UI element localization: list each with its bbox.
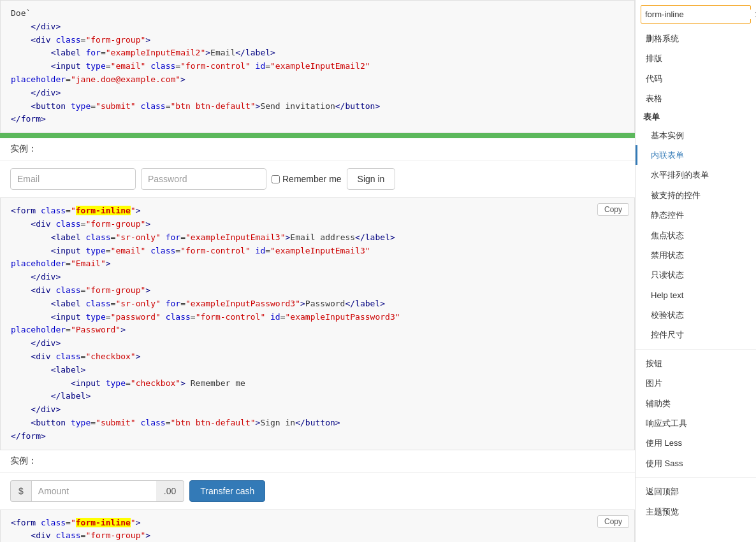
sidebar-item-static[interactable]: 静态控件: [636, 205, 756, 225]
sidebar-item-responsive[interactable]: 响应式工具: [636, 413, 756, 433]
sidebar: 1/7 ⌃ ⌄ ✕ 删格系统 排版 代码 表格 表单 基本实例 内联表单 水平排…: [635, 0, 756, 542]
sidebar-item-back-top[interactable]: 返回顶部: [636, 481, 756, 501]
sidebar-item-inline-form[interactable]: 内联表单: [636, 145, 756, 165]
remember-checkbox-group: Remember me: [272, 174, 342, 184]
sidebar-item-basic[interactable]: 基本实例: [636, 125, 756, 145]
transfer-button[interactable]: Transfer cash: [189, 480, 265, 502]
sidebar-section-forms: 表单: [636, 109, 756, 125]
sidebar-item-supported[interactable]: 被支持的控件: [636, 185, 756, 205]
decimal-addon: .00: [156, 480, 184, 502]
copy-button-middle[interactable]: Copy: [597, 203, 629, 216]
sidebar-item-code[interactable]: 代码: [636, 69, 756, 89]
example-content-2: $ .00 Transfer cash: [0, 472, 635, 510]
code-block-middle: Copy <form class="form-inline"> <div cla…: [0, 197, 635, 450]
amount-input-group: $ .00: [10, 480, 184, 502]
sidebar-divider-2: [636, 477, 756, 478]
sidebar-item-readonly[interactable]: 只读状态: [636, 265, 756, 285]
sidebar-item-horizontal[interactable]: 水平排列的表单: [636, 165, 756, 185]
sidebar-item-helptext[interactable]: Help text: [636, 285, 756, 305]
form-inline-demo-1: Remember me Sign in: [10, 168, 625, 190]
sidebar-item-size[interactable]: 控件尺寸: [636, 325, 756, 345]
sidebar-item-helpers[interactable]: 辅助类: [636, 394, 756, 413]
search-bar: 1/7 ⌃ ⌄ ✕: [641, 5, 751, 24]
sidebar-item-typography[interactable]: 排版: [636, 48, 756, 68]
sidebar-divider: [636, 349, 756, 350]
sidebar-item-focus[interactable]: 焦点状态: [636, 225, 756, 245]
sidebar-item-table[interactable]: 表格: [636, 89, 756, 108]
sidebar-item-less[interactable]: 使用 Less: [636, 433, 756, 453]
example-section-1: 实例： Remember me Sign in: [0, 138, 635, 197]
page-wrapper: Doe` </div> <div class="form-group"> <la…: [0, 0, 756, 542]
search-input[interactable]: [645, 10, 752, 19]
sidebar-item-grid[interactable]: 删格系统: [636, 29, 756, 48]
copy-button-bottom[interactable]: Copy: [597, 515, 629, 528]
amount-input[interactable]: [31, 480, 156, 502]
example-label-1: 实例：: [0, 138, 635, 160]
sidebar-item-validation[interactable]: 校验状态: [636, 305, 756, 325]
example-label-2: 实例：: [0, 450, 635, 472]
sidebar-item-buttons[interactable]: 按钮: [636, 353, 756, 373]
code-block-top: Doe` </div> <div class="form-group"> <la…: [0, 0, 635, 133]
remember-checkbox[interactable]: [272, 175, 280, 183]
sidebar-item-images[interactable]: 图片: [636, 373, 756, 393]
sidebar-nav: 删格系统 排版 代码 表格 表单 基本实例 内联表单 水平排列的表单 被支持的控…: [636, 26, 756, 524]
example-content-1: Remember me Sign in: [0, 160, 635, 197]
form-inline-demo-2: $ .00 Transfer cash: [10, 480, 625, 502]
sidebar-item-sass[interactable]: 使用 Sass: [636, 453, 756, 473]
remember-label: Remember me: [282, 174, 342, 184]
left-area: Doe` </div> <div class="form-group"> <la…: [0, 0, 635, 542]
signin-button[interactable]: Sign in: [347, 168, 396, 190]
dollar-addon: $: [10, 480, 31, 502]
example-section-2: 实例： $ .00 Transfer cash: [0, 450, 635, 510]
green-separator: [0, 133, 635, 138]
code-block-bottom: Copy <form class="form-inline"> <div cla…: [0, 510, 635, 542]
sidebar-item-theme[interactable]: 主题预览: [636, 502, 756, 522]
email-input[interactable]: [10, 168, 136, 190]
sidebar-item-disabled[interactable]: 禁用状态: [636, 245, 756, 265]
password-input[interactable]: [141, 168, 266, 190]
